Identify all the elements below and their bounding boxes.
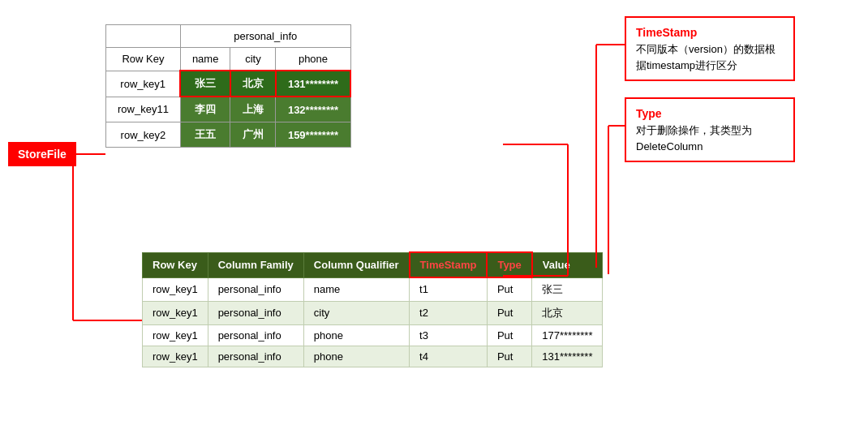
top-table-cell-name: 王五	[180, 122, 230, 148]
bottom-table-cell: t2	[410, 301, 488, 324]
bottom-table-cell: row_key1	[143, 301, 208, 324]
bottom-table-cell: personal_info	[208, 324, 303, 346]
top-table-cell-phone: 132********	[276, 97, 350, 122]
bottom-table-cell: Put	[487, 301, 531, 324]
bottom-table-cell: t4	[410, 346, 488, 367]
top-table-row-key: row_key1	[106, 71, 181, 97]
city-col-header: city	[230, 48, 276, 71]
top-table-cell-phone: 159********	[276, 122, 350, 148]
top-table-cell-city: 广州	[230, 122, 276, 148]
bottom-table-container: Row KeyColumn FamilyColumn QualifierTime…	[142, 251, 603, 367]
bottom-table-cell: phone	[303, 346, 409, 367]
hbase-logical-table: personal_info Row Key name city phone ro…	[105, 24, 351, 148]
bottom-table-cell: personal_info	[208, 277, 303, 301]
bottom-header-timestamp: TimeStamp	[410, 252, 488, 277]
bottom-table-cell: row_key1	[143, 346, 208, 367]
bottom-table-cell: t1	[410, 277, 488, 301]
phone-col-header: phone	[276, 48, 350, 71]
column-family-header: personal_info	[180, 25, 350, 48]
bottom-header-value: Value	[532, 252, 603, 277]
type-tooltip-title: Type	[636, 105, 784, 122]
type-tooltip-text: 对于删除操作，其类型为DeleteColumn	[636, 122, 784, 154]
bottom-table-cell: personal_info	[208, 346, 303, 367]
empty-header	[106, 25, 181, 48]
storefile-label: StoreFile	[8, 142, 76, 166]
top-table-row: row_key11李四上海132********	[106, 97, 351, 122]
top-table-row-key: row_key11	[106, 97, 181, 122]
bottom-table-row: row_key1personal_infophonet3Put177******…	[143, 324, 603, 346]
top-table-cell-phone: 131********	[276, 71, 350, 97]
bottom-table-cell: 张三	[532, 277, 603, 301]
top-table-row-key: row_key2	[106, 122, 181, 148]
storefile-table: Row KeyColumn FamilyColumn QualifierTime…	[142, 251, 603, 367]
top-table-row: row_key2王五广州159********	[106, 122, 351, 148]
bottom-table-cell: city	[303, 301, 409, 324]
top-table-cell-name: 李四	[180, 97, 230, 122]
bottom-table-cell: name	[303, 277, 409, 301]
bottom-header-row-key: Row Key	[143, 252, 208, 277]
bottom-table-row: row_key1personal_infophonet4Put131******…	[143, 346, 603, 367]
timestamp-tooltip-text: 不同版本（version）的数据根据timestamp进行区分	[636, 41, 784, 73]
bottom-table-cell: 131********	[532, 346, 603, 367]
bottom-table-cell: Put	[487, 277, 531, 301]
top-table-row: row_key1张三北京131********	[106, 71, 351, 97]
bottom-table-cell: 177********	[532, 324, 603, 346]
bottom-table-cell: Put	[487, 346, 531, 367]
bottom-table-cell: phone	[303, 324, 409, 346]
bottom-table-row: row_key1personal_infocityt2Put北京	[143, 301, 603, 324]
bottom-header-type: Type	[487, 252, 531, 277]
bottom-header-column-family: Column Family	[208, 252, 303, 277]
timestamp-tooltip-title: TimeStamp	[636, 24, 784, 41]
bottom-table-cell: t3	[410, 324, 488, 346]
bottom-table-cell: personal_info	[208, 301, 303, 324]
name-col-header: name	[180, 48, 230, 71]
bottom-table-cell: Put	[487, 324, 531, 346]
bottom-table-cell: row_key1	[143, 324, 208, 346]
row-key-header: Row Key	[106, 48, 181, 71]
top-table-cell-name: 张三	[180, 71, 230, 97]
bottom-table-row: row_key1personal_infonamet1Put张三	[143, 277, 603, 301]
timestamp-tooltip: TimeStamp 不同版本（version）的数据根据timestamp进行区…	[625, 16, 795, 81]
type-tooltip: Type 对于删除操作，其类型为DeleteColumn	[625, 97, 795, 162]
top-table-cell-city: 北京	[230, 71, 276, 97]
bottom-table-cell: row_key1	[143, 277, 208, 301]
top-table-container: personal_info Row Key name city phone ro…	[105, 24, 351, 148]
bottom-table-cell: 北京	[532, 301, 603, 324]
top-table-cell-city: 上海	[230, 97, 276, 122]
bottom-header-column-qualifier: Column Qualifier	[303, 252, 409, 277]
